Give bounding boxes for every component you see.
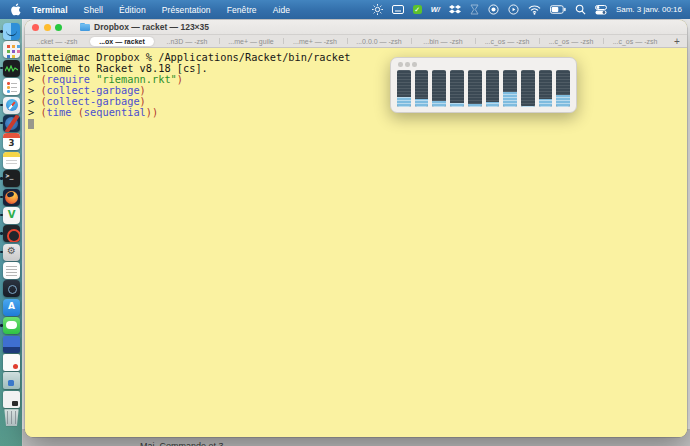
greenv-icon: V (3, 207, 20, 224)
cpu-fill-core6 (486, 102, 500, 107)
dock-item-safari[interactable] (3, 97, 20, 114)
menu-terminal[interactable]: Terminal (24, 5, 76, 15)
dock-item-firefox[interactable] (3, 189, 20, 206)
terminal-tab-3[interactable]: ..n3D — -zsh (155, 35, 219, 47)
dock-item-document[interactable] (3, 262, 20, 279)
dock-item-messages[interactable] (3, 317, 20, 334)
reminders-icon (3, 78, 20, 95)
dock-item-monitor[interactable] (3, 60, 20, 77)
dock-item-launchpad[interactable] (3, 41, 20, 58)
cpu-bar-core10 (556, 70, 570, 107)
dock-item-terminal[interactable]: >_ (3, 170, 20, 187)
menu-présentation[interactable]: Présentation (154, 5, 219, 15)
dock-item-finder[interactable] (3, 23, 20, 40)
status-icons: ✓ W/ Sam. 3 janv. 00:16 (372, 4, 690, 16)
terminal-content[interactable]: mattei@mac Dropbox % /Applications/Racke… (25, 48, 687, 437)
cpu-fill-core10 (556, 95, 570, 107)
thumb-blue-icon (3, 336, 20, 353)
thumb-white-dark-icon (3, 391, 20, 408)
cpu-minimize-button[interactable] (405, 62, 410, 67)
cpu-fill-core8 (521, 106, 535, 107)
search-icon[interactable] (575, 4, 586, 16)
cpu-close-button[interactable] (398, 62, 403, 67)
menu-clock[interactable]: Sam. 3 janv. 00:16 (616, 5, 682, 14)
monitor-icon (3, 60, 20, 77)
terminal-tab-8[interactable]: ...c_os — -zsh (475, 35, 539, 47)
appstore-icon: A (3, 299, 20, 316)
screen-record-icon[interactable] (508, 4, 519, 16)
cpu-bar-core5 (468, 70, 482, 107)
cpu-fill-core9 (539, 99, 553, 107)
menu-shell[interactable]: Shell (76, 5, 111, 15)
terminal-line-6: > (time (sequential)) (28, 107, 687, 118)
document-icon (3, 262, 20, 279)
cpu-fill-core1 (397, 97, 411, 107)
dock-item-racket[interactable] (3, 115, 20, 132)
cpu-zoom-button[interactable] (412, 62, 417, 67)
cpu-bar-core1 (397, 70, 411, 107)
safari-icon (3, 97, 20, 114)
dock-item-thumb-white-dark[interactable] (3, 391, 20, 408)
calendar-icon: 3 (3, 133, 20, 150)
grammarly-icon[interactable]: ✓ (413, 5, 422, 14)
dock-item-thumb-teal[interactable] (3, 372, 20, 389)
dock-item-redring[interactable] (3, 225, 20, 242)
redring-icon (3, 225, 20, 242)
terminal-tab-7[interactable]: ...bin — -zsh (411, 35, 475, 47)
terminal-tab-1[interactable]: ..cket — -zsh (25, 35, 89, 47)
close-button[interactable] (32, 24, 39, 31)
hourglass-icon[interactable] (470, 4, 479, 16)
control-center-icon[interactable] (595, 4, 607, 16)
battery-icon[interactable] (550, 4, 566, 16)
traffic-lights (32, 24, 62, 31)
terminal-tab-6[interactable]: ...0.0.0 — -zsh (347, 35, 411, 47)
dock-item-appstore[interactable]: A (3, 299, 20, 316)
firefox-icon (3, 189, 20, 206)
dock-item-settings[interactable]: ⚙ (3, 244, 20, 261)
terminal-cursor (28, 119, 34, 129)
wifi-icon[interactable] (528, 4, 541, 16)
darkapp-icon (3, 280, 20, 297)
terminal-tab-2[interactable]: ...ox — racket (90, 37, 154, 46)
cpu-bar-core4 (450, 70, 464, 107)
terminal-tab-5[interactable]: ...me+ — -zsh (283, 35, 347, 47)
keyboard-icon[interactable] (392, 4, 404, 16)
messages-icon (3, 317, 20, 334)
folder-proxy-icon[interactable] (80, 23, 90, 31)
dock-item-darkapp[interactable] (3, 280, 20, 297)
terminal-tab-10[interactable]: ...c_os — -zsh (603, 35, 667, 47)
dock-item-thumb-blue[interactable] (3, 336, 20, 353)
cpu-history-window[interactable] (390, 57, 577, 113)
dock-item-notes[interactable] (3, 152, 20, 169)
bottom-caption: Mai, Commande et 3 (140, 441, 224, 446)
terminal-tab-4[interactable]: ...me+ — guile (219, 35, 283, 47)
record-icon[interactable] (488, 4, 499, 16)
wacom-icon[interactable]: W/ (431, 5, 440, 14)
cpu-bar-core3 (432, 70, 446, 107)
thumb-teal-icon (3, 372, 20, 389)
minimize-button[interactable] (44, 24, 51, 31)
cpu-fill-core3 (432, 101, 446, 107)
apple-menu[interactable] (6, 3, 24, 16)
window-titlebar[interactable]: Dropbox — racket — 123×35 (25, 20, 687, 34)
terminal-icon: >_ (3, 170, 20, 187)
dock-item-reminders[interactable] (3, 78, 20, 95)
dock-item-trash[interactable] (3, 409, 20, 426)
dock-item-greenv[interactable]: V (3, 207, 20, 224)
brightness-icon[interactable] (372, 4, 383, 16)
dropbox-icon[interactable] (449, 4, 461, 16)
cpu-fill-core5 (468, 104, 482, 107)
cpu-bar-core7 (503, 70, 517, 107)
zoom-button[interactable] (55, 24, 62, 31)
menu-bar: TerminalShellÉditionPrésentationFenêtreA… (0, 0, 690, 19)
launchpad-icon (3, 41, 20, 58)
dock-item-thumb-white-red[interactable] (3, 354, 20, 371)
terminal-tab-9[interactable]: ...c_os — -zsh (539, 35, 603, 47)
new-tab-button[interactable]: + (667, 35, 687, 47)
menu-édition[interactable]: Édition (111, 5, 154, 15)
menu-fenêtre[interactable]: Fenêtre (219, 5, 265, 15)
dock-item-calendar[interactable]: 3 (3, 133, 20, 150)
cpu-bar-core6 (486, 70, 500, 107)
menu-aide[interactable]: Aide (265, 5, 298, 15)
cpu-fill-core2 (415, 99, 429, 107)
